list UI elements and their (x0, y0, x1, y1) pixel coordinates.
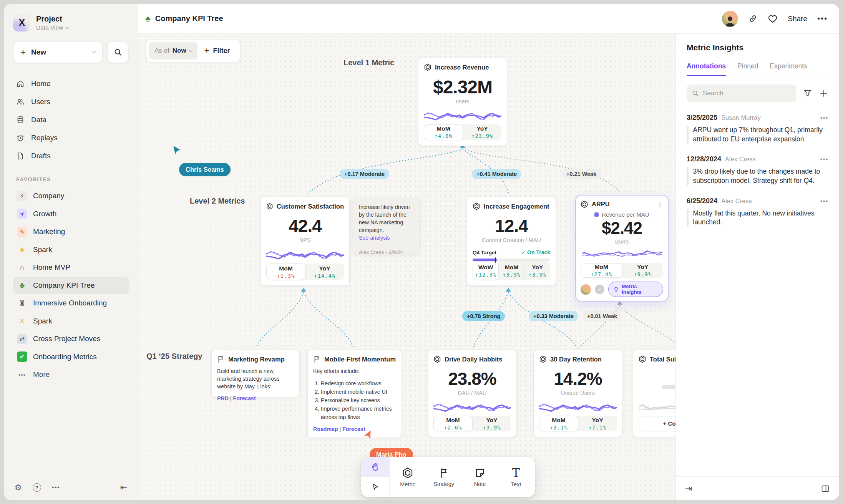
stat-yoy[interactable]: YoY ↑3.9% (524, 261, 550, 280)
sidebar-footer: ⚙ ? ••• ⇤ (4, 475, 138, 500)
select-tool-button[interactable] (361, 477, 389, 497)
metric-hex-icon (402, 467, 413, 479)
annotation-more-icon[interactable]: ••• (820, 198, 828, 205)
sidebar-item-replays[interactable]: Replays (13, 129, 129, 147)
connect-button[interactable]: + Connect (639, 416, 675, 431)
new-button[interactable]: + New (13, 41, 103, 63)
add-annotation-icon[interactable] (819, 89, 828, 98)
help-icon[interactable]: ? (33, 483, 41, 492)
annotation-note[interactable]: Increase likely driven by the launch of … (353, 198, 420, 254)
workspace-logo: X (13, 14, 31, 32)
annotation-item[interactable]: 3/25/2025 Susan Murray ••• ARPU went up … (687, 114, 828, 144)
fav-item-immersive-onboarding[interactable]: ♜ Immersive Onboarding (13, 294, 129, 312)
user-avatar[interactable] (722, 11, 738, 27)
search-icon (114, 48, 122, 56)
metric-card-increase-revenue[interactable]: Increase Revenue $2.32M users MoM ↑4.8% … (418, 58, 507, 146)
annotation-item[interactable]: 12/28/2024 Alex Cress ••• 3% drop likely… (687, 155, 828, 185)
kpi-tree-canvas[interactable]: As of Now + Filter Level 1 Metric Level … (138, 34, 675, 500)
metric-insights-button[interactable]: Metric Insights (608, 282, 663, 297)
stat-wow[interactable]: WoW ↑12.3% (473, 261, 499, 280)
split-view-icon[interactable] (821, 484, 830, 493)
fav-item-home-mvp[interactable]: ⌂ Home MVP (13, 259, 129, 277)
filter-funnel-icon[interactable] (803, 89, 812, 98)
stat-mom[interactable]: MoM ↑3.1% (539, 416, 578, 431)
strategy-card-marketing-revamp[interactable]: Marketing Revamp Build and launch a new … (211, 350, 300, 397)
stat-strip: MoM ↑27.4% YoY ↑9.9% (581, 263, 663, 278)
roadmap-link[interactable]: Roadmap (313, 426, 338, 432)
note-tool-button[interactable]: Note (462, 457, 498, 497)
topbar-more-icon[interactable]: ••• (817, 14, 828, 23)
stat-yoy[interactable]: YoY ↑14.4% (305, 264, 344, 280)
stat-yoy[interactable]: YoY ↑9.9% (622, 263, 664, 278)
kebab-menu-icon[interactable]: ⋮ (657, 200, 663, 208)
see-analysis-link[interactable]: See analysis (359, 235, 413, 241)
stat-mom[interactable]: MoM ↑27.4% (581, 263, 622, 278)
metric-tool-button[interactable]: Metric (390, 457, 426, 497)
strategy-card-mobile-first[interactable]: Mobile-First Momentum Key efforts includ… (307, 350, 402, 438)
stat-mom[interactable]: MoM ↑3.9% (499, 261, 524, 280)
annotation-more-icon[interactable]: ••• (820, 114, 828, 121)
project-name: Project (36, 15, 68, 23)
project-switcher[interactable]: X Project Data View (13, 14, 129, 32)
panel-footer: ⇥ (676, 476, 839, 500)
strategy-links: PRD | Forecast (217, 395, 294, 401)
sidebar-item-users[interactable]: Users (13, 93, 129, 111)
chevron-down-icon (92, 50, 96, 54)
prd-link[interactable]: PRD (217, 395, 229, 401)
more-icon[interactable]: ••• (52, 484, 60, 491)
sidebar-item-drafts[interactable]: Drafts (13, 147, 129, 165)
sidebar-item-data[interactable]: Data (13, 111, 129, 129)
forecast-link[interactable]: Forecast (233, 395, 256, 401)
new-dropdown[interactable] (87, 47, 95, 57)
metric-unit: Content Creation / MAU (473, 237, 550, 243)
search-button[interactable] (107, 41, 129, 63)
metric-card-drive-daily-habbits[interactable]: Drive Daily Habbits 23.8% DAU / MAU MoM … (428, 350, 517, 437)
tab-annotations[interactable]: Annotations (687, 62, 726, 76)
sidebar-item-home[interactable]: Home (13, 75, 129, 93)
fav-item-growth[interactable]: ➤ Growth (13, 205, 129, 223)
tab-experiments[interactable]: Experiments (770, 62, 807, 76)
metric-card-increase-engagement[interactable]: Increase Engagement 12.4 Content Creatio… (467, 197, 556, 286)
metric-card-arpu[interactable]: ARPU ⋮ Revenue per MAU $2.42 users MoM ↑… (575, 195, 669, 302)
metric-card-customer-satisfaction[interactable]: Customer Satisfaction 42.4 NPS MoM ↓1.3%… (261, 197, 350, 286)
search-input[interactable] (703, 90, 791, 97)
metric-card-30-day-retention[interactable]: 30 Day Retention 14.2% Unique Users MoM … (533, 350, 622, 437)
stat-yoy[interactable]: YoY ↑3.9% (473, 416, 511, 431)
metric-unit: Unique Users (539, 390, 617, 396)
fav-item-cross-project-moves[interactable]: ⇄ Cross Project Moves (13, 330, 129, 348)
settings-gear-icon[interactable]: ⚙ (15, 483, 22, 492)
fav-item-spark-2[interactable]: ✳ Spark (13, 312, 129, 330)
filter-button[interactable]: + Filter (197, 46, 237, 56)
annotation-search[interactable] (687, 85, 796, 102)
fav-item-company-kpi-tree[interactable]: ♣ Company KPI Tree (13, 277, 129, 295)
stat-yoy[interactable]: YoY ↑7.1% (578, 416, 617, 431)
sidebar-nav: Home Users Data Replays Drafts (13, 75, 129, 165)
tab-pinned[interactable]: Pinned (737, 62, 758, 76)
quote-bar (687, 126, 689, 144)
collapse-sidebar-icon[interactable]: ⇤ (120, 482, 127, 492)
fav-item-marketing[interactable]: ✎ Marketing (13, 223, 129, 241)
strategy-tool-button[interactable]: Strategy (426, 457, 462, 497)
fav-item-spark[interactable]: ★ Spark (13, 241, 129, 259)
project-view-selector[interactable]: Data View (36, 24, 68, 31)
hand-tool-button[interactable] (361, 457, 389, 477)
stat-mom[interactable]: MoM ↑4.8% (424, 124, 463, 141)
annotation-item[interactable]: 6/25/2024 Alex Cress ••• Mostly flat thi… (687, 197, 828, 227)
asof-dropdown[interactable]: As of Now (149, 42, 197, 60)
stat-mom[interactable]: MoM ↑2.6% (433, 416, 473, 431)
stat-yoy[interactable]: YoY ↑23.9% (463, 124, 501, 141)
metric-hex-icon (639, 355, 646, 363)
fav-item-onboarding-metrics[interactable]: ✔ Onboarding Metrics (13, 348, 129, 366)
heart-icon[interactable] (768, 14, 778, 24)
collapse-panel-icon[interactable]: ⇥ (685, 484, 692, 494)
link-icon[interactable] (748, 14, 758, 23)
share-button[interactable]: Share (788, 15, 807, 23)
stat-mom[interactable]: MoM ↓1.3% (266, 264, 305, 280)
clock-icon (16, 134, 25, 142)
annotation-more-icon[interactable]: ••• (820, 156, 828, 163)
topbar: ♣ Company KPI Tree Share ••• (138, 4, 839, 34)
fav-item-company[interactable]: ⚡ Company (13, 187, 129, 205)
sidebar-more-button[interactable]: ••• More (13, 366, 129, 384)
text-tool-button[interactable]: T Text (498, 457, 534, 497)
metric-card-total-subscriptions[interactable]: Total Subscript + Connect (633, 350, 675, 437)
